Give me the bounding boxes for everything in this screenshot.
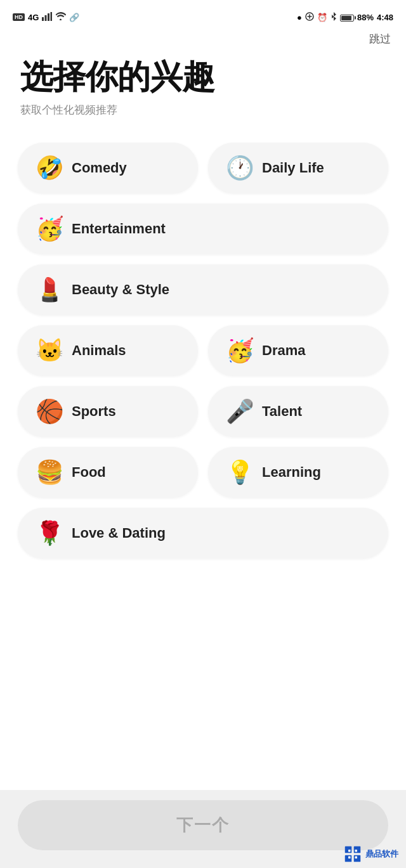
drama-label: Drama	[262, 342, 305, 359]
talent-emoji: 🎤	[226, 400, 254, 423]
chip-learning[interactable]: 💡 Learning	[208, 447, 388, 498]
beauty-style-label: Beauty & Style	[72, 282, 169, 298]
top-bar: 跳过	[0, 32, 406, 53]
next-button[interactable]: 下一个	[18, 800, 388, 850]
chip-sports[interactable]: 🏀 Sports	[18, 386, 198, 437]
status-right: ● ⏰ 88% 4:48	[297, 12, 393, 23]
link-icon: 🔗	[69, 13, 79, 22]
signal-4g-icon: 4G	[28, 13, 39, 22]
nfc-icon	[305, 12, 314, 23]
main-content: 选择你的兴趣 获取个性化视频推荐 🤣 Comedy 🕐 Daily Life 🥳…	[0, 53, 406, 647]
row-5: 🏀 Sports 🎤 Talent	[18, 386, 388, 437]
svg-rect-5	[345, 846, 352, 853]
skip-button[interactable]: 跳过	[369, 32, 391, 46]
status-left: HD 4G 🔗	[13, 12, 79, 23]
chip-comedy[interactable]: 🤣 Comedy	[18, 143, 198, 193]
time-display: 4:48	[377, 13, 393, 22]
svg-rect-12	[355, 857, 358, 859]
learning-label: Learning	[262, 464, 321, 481]
chip-animals[interactable]: 🐱 Animals	[18, 325, 198, 376]
svg-rect-10	[355, 850, 358, 852]
daily-life-label: Daily Life	[262, 160, 324, 176]
sports-emoji: 🏀	[36, 400, 64, 423]
row-4: 🐱 Animals 🥳 Drama	[18, 325, 388, 376]
animals-emoji: 🐱	[36, 339, 64, 362]
svg-rect-9	[348, 850, 351, 852]
beauty-style-emoji: 💄	[36, 278, 64, 301]
battery-percent: 88%	[357, 13, 374, 22]
svg-rect-0	[42, 17, 44, 21]
wifi-icon	[55, 12, 66, 22]
row-3: 💄 Beauty & Style	[18, 264, 388, 315]
svg-rect-7	[345, 855, 352, 862]
watermark-logo-icon	[344, 845, 362, 863]
svg-rect-11	[348, 857, 351, 859]
row-7: 🌹 Love & Dating	[18, 508, 388, 559]
header-section: 选择你的兴趣 获取个性化视频推荐	[0, 53, 406, 130]
drama-emoji: 🥳	[226, 339, 254, 362]
svg-rect-8	[354, 855, 361, 862]
status-bar: HD 4G 🔗 ● ⏰	[0, 0, 406, 32]
comedy-label: Comedy	[72, 160, 127, 176]
daily-life-emoji: 🕐	[226, 157, 254, 179]
dot-icon: ●	[297, 13, 302, 22]
svg-rect-1	[45, 15, 47, 21]
page-title: 选择你的兴趣	[20, 59, 386, 95]
entertainment-emoji: 🥳	[36, 217, 64, 240]
row-1: 🤣 Comedy 🕐 Daily Life	[18, 143, 388, 193]
chip-food[interactable]: 🍔 Food	[18, 447, 198, 498]
row-6: 🍔 Food 💡 Learning	[18, 447, 388, 498]
chip-drama[interactable]: 🥳 Drama	[208, 325, 388, 376]
svg-rect-2	[48, 13, 49, 21]
entertainment-label: Entertainment	[72, 221, 166, 237]
alarm-icon: ⏰	[317, 13, 327, 22]
sports-label: Sports	[72, 403, 116, 420]
bluetooth-icon	[331, 12, 337, 23]
chip-daily-life[interactable]: 🕐 Daily Life	[208, 143, 388, 193]
hd-badge: HD	[13, 13, 25, 21]
learning-emoji: 💡	[226, 461, 254, 484]
page-subtitle: 获取个性化视频推荐	[20, 103, 386, 117]
animals-label: Animals	[72, 342, 126, 359]
love-dating-label: Love & Dating	[72, 525, 166, 541]
interests-container: 🤣 Comedy 🕐 Daily Life 🥳 Entertainment 💄 …	[0, 130, 406, 571]
chip-beauty-style[interactable]: 💄 Beauty & Style	[18, 264, 388, 315]
comedy-emoji: 🤣	[36, 157, 64, 179]
food-label: Food	[72, 464, 106, 481]
talent-label: Talent	[262, 403, 302, 420]
battery-icon	[340, 13, 354, 22]
chip-talent[interactable]: 🎤 Talent	[208, 386, 388, 437]
watermark-text: 鼎品软件	[365, 848, 398, 860]
food-emoji: 🍔	[36, 461, 64, 484]
chip-love-dating[interactable]: 🌹 Love & Dating	[18, 508, 388, 559]
watermark: 鼎品软件	[344, 845, 398, 863]
chip-entertainment[interactable]: 🥳 Entertainment	[18, 204, 388, 254]
svg-rect-3	[51, 12, 53, 21]
row-2: 🥳 Entertainment	[18, 204, 388, 254]
love-dating-emoji: 🌹	[36, 522, 64, 545]
signal-bars-icon	[42, 12, 52, 23]
svg-rect-6	[354, 846, 361, 853]
